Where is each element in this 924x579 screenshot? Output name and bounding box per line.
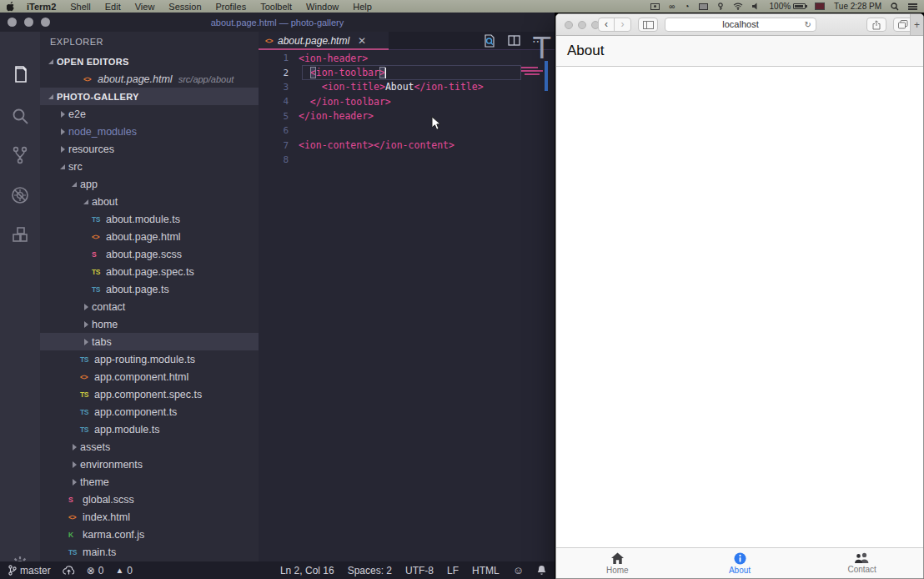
url-text: localhost [722, 19, 758, 29]
menu-shell[interactable]: Shell [70, 2, 90, 12]
error-count[interactable]: ⊗ 0 [87, 565, 104, 576]
tab-label: Home [606, 566, 629, 575]
code-line-8[interactable]: 8 [259, 153, 555, 167]
folder-resources[interactable]: resources [40, 140, 259, 158]
indentation-setting[interactable]: Spaces: 2 [348, 565, 392, 576]
tab-home[interactable]: Home [556, 548, 679, 578]
tab-contact[interactable]: Contact [801, 548, 923, 578]
file-about-page-html[interactable]: <>about.page.htmlsrc/app/about [40, 70, 259, 88]
close-window-button[interactable] [565, 21, 573, 29]
menu-toolbelt[interactable]: Toolbelt [260, 2, 292, 12]
folder-assets[interactable]: assets [40, 438, 259, 456]
folder-environments[interactable]: environments [40, 456, 259, 473]
file-app-module-ts[interactable]: TSapp.module.ts [40, 420, 259, 438]
code-editor[interactable]: 1<ion-header>2 <ion-toolbar>3 <ion-title… [259, 51, 555, 561]
time-machine-icon[interactable]: ◔ [684, 2, 689, 11]
reload-icon[interactable]: ↻ [805, 18, 811, 31]
language-mode[interactable]: HTML [472, 565, 500, 576]
file-app-component-spec-ts[interactable]: TSapp.component.spec.ts [40, 385, 259, 403]
sidebar-toggle-button[interactable] [638, 18, 658, 32]
notification-center-icon[interactable] [908, 3, 917, 10]
feedback-smiley-icon[interactable]: ☺ [513, 564, 524, 576]
menu-iterm2[interactable]: iTerm2 [27, 2, 56, 12]
section-open-editors[interactable]: OPEN EDITORS [40, 53, 259, 70]
find-in-file-icon[interactable] [483, 34, 496, 48]
menubar-clock[interactable]: Tue 2:28 PM [834, 2, 881, 11]
file-main-ts[interactable]: TSmain.ts [40, 543, 259, 561]
folder-tabs[interactable]: tabs [40, 333, 259, 350]
folder-home[interactable]: home [40, 315, 259, 333]
wifi-icon[interactable] [733, 3, 743, 10]
minimap[interactable]: T [520, 32, 553, 132]
folder-src[interactable]: src [40, 158, 259, 175]
file-about-page-ts[interactable]: TSabout.page.ts [40, 280, 259, 298]
explorer-icon[interactable] [10, 65, 30, 85]
section-photo-gallery[interactable]: PHOTO-GALLERY [40, 88, 259, 105]
close-tab-icon[interactable]: ✕ [358, 36, 366, 46]
code-line-4[interactable]: 4 </ion-toolbar> [259, 94, 555, 108]
code-line-1[interactable]: 1<ion-header> [259, 51, 555, 65]
code-line-2[interactable]: 2 <ion-toolbar> [259, 65, 555, 79]
cursor-position[interactable]: Ln 2, Col 16 [280, 565, 334, 576]
folder-about[interactable]: about [40, 193, 259, 210]
screen-record-icon[interactable] [650, 3, 660, 10]
source-control-icon[interactable] [10, 145, 30, 165]
volume-icon[interactable] [752, 3, 761, 10]
glasses-icon[interactable]: ∞ [669, 2, 675, 11]
share-button[interactable] [866, 18, 886, 32]
code-line-5[interactable]: 5</ion-header> [259, 109, 555, 123]
search-icon[interactable] [10, 106, 30, 126]
menu-window[interactable]: Window [306, 2, 339, 12]
battery-status[interactable]: 100% [770, 2, 806, 11]
code-line-7[interactable]: 7<ion-content></ion-content> [259, 138, 555, 152]
folder-theme[interactable]: theme [40, 473, 259, 491]
warning-count[interactable]: ▲ 0 [115, 565, 133, 576]
folder-contact[interactable]: contact [40, 298, 259, 315]
file-karma-conf-js[interactable]: Kkarma.conf.js [40, 526, 259, 543]
menu-profiles[interactable]: Profiles [216, 2, 247, 12]
forward-button[interactable]: › [615, 18, 630, 31]
vscode-window: about.page.html — photo-gallery [0, 13, 555, 579]
folder-app[interactable]: app [40, 175, 259, 193]
people-icon [854, 552, 870, 564]
publish-changes-icon[interactable] [63, 566, 75, 576]
tab-about[interactable]: About [679, 548, 801, 578]
address-bar[interactable]: localhost ↻ [665, 18, 816, 32]
file-index-html[interactable]: <>index.html [40, 508, 259, 526]
git-branch-indicator[interactable]: master [8, 565, 51, 576]
minimize-window-button[interactable] [578, 21, 586, 29]
file-app-component-ts[interactable]: TSapp.component.ts [40, 403, 259, 420]
folder-e2e[interactable]: e2e [40, 105, 259, 123]
menu-help[interactable]: Help [353, 2, 372, 12]
extensions-icon[interactable] [10, 225, 30, 245]
debug-disabled-icon[interactable] [10, 185, 30, 205]
eol-setting[interactable]: LF [447, 565, 459, 576]
vscode-titlebar[interactable]: about.page.html — photo-gallery [0, 13, 555, 32]
back-button[interactable]: ‹ [599, 18, 615, 31]
display-icon[interactable] [699, 3, 708, 10]
editor-tab-about-page-html[interactable]: <> about.page.html ✕ [259, 32, 389, 49]
scss-file-icon: S [92, 250, 106, 259]
file-about-page-scss[interactable]: Sabout.page.scss [40, 245, 259, 263]
new-tab-button[interactable]: + [910, 14, 923, 35]
file-about-page-html[interactable]: <>about.page.html [40, 228, 259, 245]
file-app-component-html[interactable]: <>app.component.html [40, 368, 259, 385]
menu-session[interactable]: Session [168, 2, 201, 12]
folder-node-modules[interactable]: node_modules [40, 123, 259, 140]
file-app-routing-module-ts[interactable]: TSapp-routing.module.ts [40, 350, 259, 368]
file-global-scss[interactable]: Sglobal.scss [40, 491, 259, 508]
keychain-icon[interactable] [717, 3, 724, 11]
notifications-bell-icon[interactable] [537, 565, 546, 576]
file-about-page-spec-ts[interactable]: TSabout.page.spec.ts [40, 263, 259, 280]
chevron-expanded-icon [45, 59, 57, 64]
apple-menu-icon[interactable] [7, 2, 15, 12]
spotlight-icon[interactable] [891, 3, 899, 11]
code-line-6[interactable]: 6 [259, 123, 555, 138]
split-editor-icon[interactable] [508, 35, 520, 46]
code-line-3[interactable]: 3 <ion-title>About</ion-title> [259, 80, 555, 94]
file-about-module-ts[interactable]: TSabout.module.ts [40, 210, 259, 228]
encoding-setting[interactable]: UTF-8 [405, 565, 434, 576]
menu-view[interactable]: View [135, 2, 155, 12]
input-source-icon[interactable] [815, 3, 825, 10]
menu-edit[interactable]: Edit [105, 2, 121, 12]
